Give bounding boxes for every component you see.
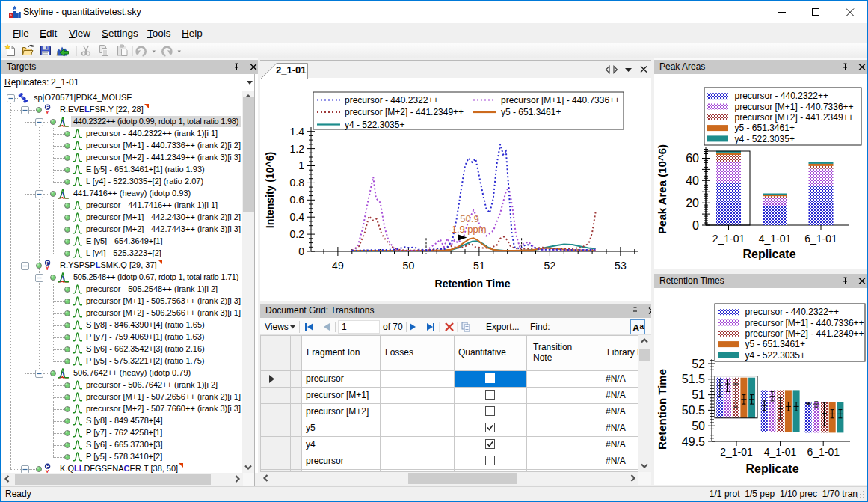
svg-text:52: 52 (692, 358, 705, 370)
svg-text:50: 50 (692, 420, 705, 432)
svg-text:40: 40 (686, 174, 699, 187)
svg-text:4_1-01: 4_1-01 (759, 233, 792, 245)
svg-text:Replicate: Replicate (742, 248, 795, 260)
svg-text:precursor - 440.2322++: precursor - 440.2322++ (735, 91, 828, 101)
svg-text:2_1-01: 2_1-01 (720, 446, 753, 458)
svg-text:y4 - 522.3035+: y4 - 522.3035+ (745, 350, 805, 361)
svg-text:51: 51 (692, 388, 705, 401)
svg-text:precursor [M+1] - 440.7336++: precursor [M+1] - 440.7336++ (735, 102, 854, 112)
svg-text:precursor [M+2] - 441.2349++: precursor [M+2] - 441.2349++ (735, 112, 854, 123)
svg-text:precursor [M+2] - 441.2349++: precursor [M+2] - 441.2349++ (745, 328, 864, 339)
svg-text:0: 0 (692, 219, 699, 232)
svg-text:4_1-01: 4_1-01 (764, 446, 797, 458)
svg-text:51.5: 51.5 (682, 373, 705, 385)
svg-text:precursor [M+1] - 440.7336++: precursor [M+1] - 440.7336++ (745, 318, 864, 328)
svg-text:49.5: 49.5 (682, 435, 705, 448)
svg-text:Retention Time: Retention Time (656, 369, 668, 450)
svg-text:50.5: 50.5 (682, 404, 705, 417)
svg-text:20: 20 (686, 197, 699, 209)
svg-text:y5 - 651.3461+: y5 - 651.3461+ (735, 123, 795, 133)
svg-text:6_1-01: 6_1-01 (804, 233, 837, 245)
svg-text:2_1-01: 2_1-01 (712, 233, 745, 245)
svg-text:60: 60 (686, 152, 699, 165)
svg-text:y4 - 522.3035+: y4 - 522.3035+ (735, 134, 795, 144)
svg-text:precursor - 440.2322++: precursor - 440.2322++ (745, 307, 839, 317)
svg-text:y5 - 651.3461+: y5 - 651.3461+ (745, 339, 805, 349)
svg-text:6_1-01: 6_1-01 (807, 446, 840, 458)
svg-text:Replicate: Replicate (745, 462, 798, 475)
svg-text:Peak Area (10^6): Peak Area (10^6) (656, 144, 668, 234)
